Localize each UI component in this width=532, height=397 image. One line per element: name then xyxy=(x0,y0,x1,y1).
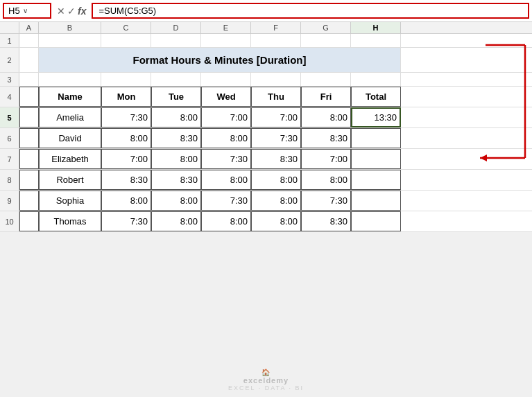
cell-d3[interactable] xyxy=(151,73,201,86)
cell-b5[interactable]: Amelia xyxy=(39,107,101,127)
cell-h4-total[interactable]: Total xyxy=(351,87,401,107)
cell-b4-name[interactable]: Name xyxy=(39,87,101,107)
sheet-row-10: 10 Thomas 7:30 8:00 8:00 8:00 8: xyxy=(0,211,532,232)
cell-f6[interactable]: 7:30 xyxy=(251,128,301,148)
cell-g9[interactable]: 7:30 xyxy=(301,191,351,211)
cell-h8[interactable] xyxy=(351,170,401,190)
col-header-c[interactable]: C xyxy=(101,22,151,33)
sheet-row-5: 5 Amelia 7:30 8:00 7:00 7:00 8:0 xyxy=(0,107,532,128)
cell-c9[interactable]: 8:00 xyxy=(101,191,151,211)
cell-g3[interactable] xyxy=(301,73,351,86)
cell-e7[interactable]: 7:30 xyxy=(201,149,251,169)
cell-d9[interactable]: 8:00 xyxy=(151,191,201,211)
cell-e5[interactable]: 7:00 xyxy=(201,107,251,127)
cell-e9[interactable]: 7:30 xyxy=(201,191,251,211)
chevron-down-icon[interactable]: ∨ xyxy=(23,7,28,15)
col-header-e[interactable]: E xyxy=(201,22,251,33)
cell-b10[interactable]: Thomas xyxy=(39,211,101,231)
cell-c7[interactable]: 7:00 xyxy=(101,149,151,169)
cell-e1[interactable] xyxy=(201,34,251,47)
col-header-b[interactable]: B xyxy=(39,22,101,33)
cell-g1[interactable] xyxy=(301,34,351,47)
cell-g6[interactable]: 8:30 xyxy=(301,128,351,148)
cell-c1[interactable] xyxy=(101,34,151,47)
cell-f5[interactable]: 7:00 xyxy=(251,107,301,127)
row-num-3: 3 xyxy=(0,73,19,86)
cell-h3[interactable] xyxy=(351,73,401,86)
cell-c5[interactable]: 7:30 xyxy=(101,107,151,127)
check-icon[interactable]: ✓ xyxy=(67,6,76,17)
cancel-icon[interactable]: ✕ xyxy=(57,6,65,17)
cell-b8[interactable]: Robert xyxy=(39,170,101,190)
cell-d4-tue[interactable]: Tue xyxy=(151,87,201,107)
cell-b1[interactable] xyxy=(39,34,101,47)
cell-h7[interactable] xyxy=(351,149,401,169)
row-num-8: 8 xyxy=(0,170,19,190)
sheet-row-6: 6 David 8:00 8:30 8:00 7:30 8:30 xyxy=(0,128,532,149)
cell-f10[interactable]: 8:00 xyxy=(251,211,301,231)
cell-a4[interactable] xyxy=(19,87,39,107)
cell-g10[interactable]: 8:30 xyxy=(301,211,351,231)
sheet-row-2: 2 Format Hours & Minutes [Duration] xyxy=(0,48,532,73)
col-header-f[interactable]: F xyxy=(251,22,301,33)
col-header-g[interactable]: G xyxy=(301,22,351,33)
cell-e3[interactable] xyxy=(201,73,251,86)
formula-bar: H5 ∨ ✕ ✓ fx =SUM(C5:G5) xyxy=(0,0,532,22)
cell-a10[interactable] xyxy=(19,211,39,231)
cell-d6[interactable]: 8:30 xyxy=(151,128,201,148)
cell-b9[interactable]: Sophia xyxy=(39,191,101,211)
title-text: Format Hours & Minutes [Duration] xyxy=(133,54,307,66)
cell-e10[interactable]: 8:00 xyxy=(201,211,251,231)
cell-b3[interactable] xyxy=(39,73,101,86)
cell-a1[interactable] xyxy=(19,34,39,47)
cell-c6[interactable]: 8:00 xyxy=(101,128,151,148)
cell-h6[interactable] xyxy=(351,128,401,148)
cell-f3[interactable] xyxy=(251,73,301,86)
cell-e4-wed[interactable]: Wed xyxy=(201,87,251,107)
cell-h5-active[interactable]: 13:30 xyxy=(351,107,401,127)
cell-f8[interactable]: 8:00 xyxy=(251,170,301,190)
cell-a9[interactable] xyxy=(19,191,39,211)
cell-f7[interactable]: 8:30 xyxy=(251,149,301,169)
cell-h10[interactable] xyxy=(351,211,401,231)
cell-c10[interactable]: 7:30 xyxy=(101,211,151,231)
cell-f9[interactable]: 8:00 xyxy=(251,191,301,211)
cell-c4-mon[interactable]: Mon xyxy=(101,87,151,107)
sheet-row-3: 3 xyxy=(0,73,532,87)
formula-value: =SUM(C5:G5) xyxy=(98,6,156,16)
formula-input[interactable]: =SUM(C5:G5) xyxy=(92,3,529,19)
cell-d1[interactable] xyxy=(151,34,201,47)
col-header-a[interactable]: A xyxy=(19,22,39,33)
cell-a3[interactable] xyxy=(19,73,39,86)
cell-g7[interactable]: 7:00 xyxy=(301,149,351,169)
cell-h1[interactable] xyxy=(351,34,401,47)
cell-b6[interactable]: David xyxy=(39,128,101,148)
cell-g5[interactable]: 8:00 xyxy=(301,107,351,127)
col-header-d[interactable]: D xyxy=(151,22,201,33)
cell-reference-box[interactable]: H5 ∨ xyxy=(3,3,51,19)
cell-d10[interactable]: 8:00 xyxy=(151,211,201,231)
cell-h9[interactable] xyxy=(351,191,401,211)
cell-a5[interactable] xyxy=(19,107,39,127)
cell-b2-title[interactable]: Format Hours & Minutes [Duration] xyxy=(39,48,401,72)
cell-f4-thu[interactable]: Thu xyxy=(251,87,301,107)
spreadsheet: A B C D E F G H 1 xyxy=(0,22,532,232)
cell-g4-fri[interactable]: Fri xyxy=(301,87,351,107)
cell-a6[interactable] xyxy=(19,128,39,148)
cell-a7[interactable] xyxy=(19,149,39,169)
row-num-2: 2 xyxy=(0,48,19,72)
cell-e8[interactable]: 8:00 xyxy=(201,170,251,190)
cell-g8[interactable]: 8:00 xyxy=(301,170,351,190)
cell-c8[interactable]: 8:30 xyxy=(101,170,151,190)
cell-e6[interactable]: 8:00 xyxy=(201,128,251,148)
cell-d7[interactable]: 8:00 xyxy=(151,149,201,169)
cell-a2[interactable] xyxy=(19,48,39,72)
cell-d8[interactable]: 8:30 xyxy=(151,170,201,190)
spreadsheet-wrapper: A B C D E F G H 1 xyxy=(0,22,532,232)
cell-b7[interactable]: Elizabeth xyxy=(39,149,101,169)
cell-c3[interactable] xyxy=(101,73,151,86)
col-header-h[interactable]: H xyxy=(351,22,401,33)
cell-f1[interactable] xyxy=(251,34,301,47)
cell-d5[interactable]: 8:00 xyxy=(151,107,201,127)
cell-a8[interactable] xyxy=(19,170,39,190)
